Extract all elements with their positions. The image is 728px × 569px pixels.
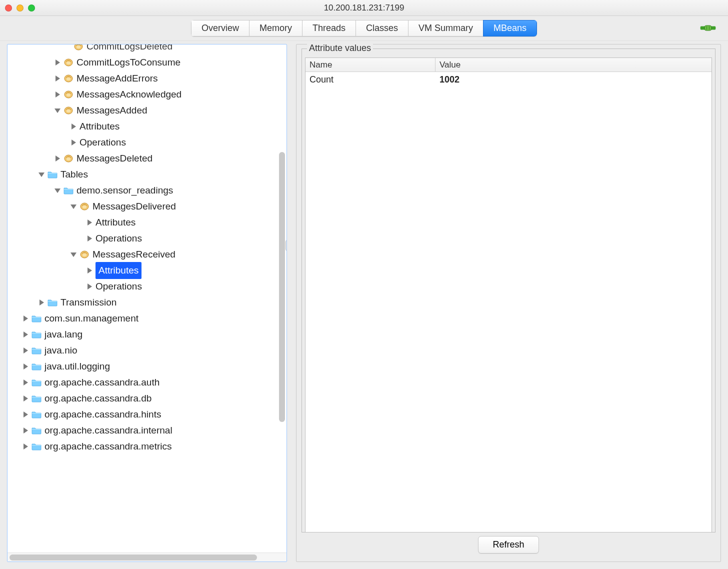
svg-rect-26 bbox=[32, 349, 41, 350]
attribute-table-header: Name Value bbox=[306, 58, 712, 72]
close-window-icon[interactable] bbox=[5, 4, 12, 12]
disclosure-down-icon[interactable] bbox=[70, 202, 78, 210]
disclosure-right-icon[interactable] bbox=[22, 426, 30, 434]
tree-node[interactable]: Attributes bbox=[8, 118, 286, 134]
disclosure-down-icon[interactable] bbox=[54, 106, 62, 114]
folder-icon bbox=[32, 362, 42, 371]
disclosure-right-icon[interactable] bbox=[22, 378, 30, 386]
tree-node[interactable]: MessagesAcknowledged bbox=[8, 86, 286, 102]
tree-node[interactable]: org.apache.cassandra.db bbox=[8, 390, 286, 406]
tree-node-label: MessagesDeleted bbox=[76, 150, 152, 166]
disclosure-right-icon[interactable] bbox=[22, 314, 30, 322]
disclosure-down-icon[interactable] bbox=[54, 186, 62, 194]
disclosure-right-icon[interactable] bbox=[22, 346, 30, 354]
tree-node-label: java.lang bbox=[44, 326, 82, 342]
disclosure-right-icon[interactable] bbox=[86, 266, 94, 274]
tree-node[interactable]: org.apache.cassandra.metrics bbox=[8, 438, 286, 454]
disclosure-right-icon[interactable] bbox=[22, 330, 30, 338]
disclosure-right-icon[interactable] bbox=[38, 298, 46, 306]
disclosure-right-icon[interactable] bbox=[22, 442, 30, 450]
tree-node[interactable]: com.sun.management bbox=[8, 310, 286, 326]
titlebar: 10.200.181.231:7199 bbox=[0, 0, 728, 16]
tab-memory[interactable]: Memory bbox=[249, 20, 302, 36]
svg-rect-30 bbox=[32, 413, 41, 414]
tab-overview[interactable]: Overview bbox=[191, 20, 249, 36]
tree-node[interactable]: org.apache.cassandra.hints bbox=[8, 406, 286, 422]
zoom-window-icon[interactable] bbox=[28, 4, 35, 12]
tree-scroll-area[interactable]: CommitLogsDeletedCommitLogsToConsumeMess… bbox=[8, 44, 286, 552]
disclosure-right-icon[interactable] bbox=[22, 362, 30, 370]
disclosure-right-icon[interactable] bbox=[22, 394, 30, 402]
mbean-icon bbox=[80, 250, 90, 259]
disclosure-right-icon[interactable] bbox=[54, 74, 62, 82]
disclosure-right-icon[interactable] bbox=[86, 282, 94, 290]
tree-node[interactable]: Transmission bbox=[8, 294, 286, 310]
tree-node-label: CommitLogsToConsume bbox=[76, 54, 180, 70]
tree-node-label: MessagesDelivered bbox=[92, 198, 176, 214]
tab-threads[interactable]: Threads bbox=[302, 20, 356, 36]
disclosure-right-icon[interactable] bbox=[86, 218, 94, 226]
table-row[interactable]: Count1002 bbox=[306, 72, 712, 87]
disclosure-right-icon[interactable] bbox=[86, 234, 94, 242]
tab-vm-summary[interactable]: VM Summary bbox=[408, 20, 483, 36]
attr-name-cell: Count bbox=[306, 74, 436, 85]
folder-icon bbox=[32, 330, 42, 339]
tree-node[interactable]: demo.sensor_readings bbox=[8, 182, 286, 198]
svg-point-10 bbox=[66, 78, 70, 80]
tree-node[interactable]: MessagesReceived bbox=[8, 246, 286, 262]
tree-node[interactable]: java.util.logging bbox=[8, 358, 286, 374]
svg-point-12 bbox=[66, 94, 70, 96]
tree-node[interactable]: Operations bbox=[8, 230, 286, 246]
tree-node-label: Operations bbox=[96, 230, 142, 246]
disclosure-down-icon[interactable] bbox=[70, 250, 78, 258]
horizontal-scrollbar-track[interactable] bbox=[8, 552, 286, 562]
disclosure-right-icon[interactable] bbox=[54, 154, 62, 162]
attribute-values-legend: Attribute values bbox=[307, 43, 373, 54]
horizontal-scrollbar-thumb[interactable] bbox=[10, 554, 257, 560]
tree-node[interactable]: Attributes bbox=[8, 214, 286, 230]
tree-node[interactable]: MessagesAdded bbox=[8, 102, 286, 118]
refresh-button[interactable]: Refresh bbox=[478, 536, 538, 554]
attribute-table-body: Count1002 bbox=[306, 72, 712, 87]
tree-node[interactable]: Operations bbox=[8, 134, 286, 150]
svg-rect-23 bbox=[48, 301, 57, 302]
connection-status-icon[interactable] bbox=[699, 21, 717, 35]
tab-mbeans[interactable]: MBeans bbox=[483, 20, 537, 36]
disclosure-down-icon[interactable] bbox=[38, 170, 46, 178]
svg-rect-31 bbox=[32, 429, 41, 430]
tree-node[interactable]: Tables bbox=[8, 166, 286, 182]
tree-node[interactable]: MessagesDelivered bbox=[8, 198, 286, 214]
tree-node[interactable]: org.apache.cassandra.internal bbox=[8, 422, 286, 438]
disclosure-right-icon[interactable] bbox=[54, 90, 62, 98]
split-divider-handle-icon[interactable] bbox=[286, 240, 286, 252]
tree-node[interactable]: Operations bbox=[8, 278, 286, 294]
tree-node[interactable]: org.apache.cassandra.auth bbox=[8, 374, 286, 390]
disclosure-right-icon[interactable] bbox=[54, 58, 62, 66]
column-header-value[interactable]: Value bbox=[436, 60, 712, 70]
tree-node-label: Transmission bbox=[60, 294, 116, 310]
tree-node-label: MessagesReceived bbox=[92, 246, 176, 262]
attr-value-cell: 1002 bbox=[436, 74, 712, 85]
tree-node[interactable]: MessagesDeleted bbox=[8, 150, 286, 166]
minimize-window-icon[interactable] bbox=[16, 4, 24, 12]
tree-node[interactable]: java.lang bbox=[8, 326, 286, 342]
column-header-name[interactable]: Name bbox=[306, 58, 436, 72]
tree-node[interactable]: CommitLogsToConsume bbox=[8, 54, 286, 70]
tree-node[interactable]: CommitLogsDeleted bbox=[8, 44, 286, 54]
tab-classes[interactable]: Classes bbox=[356, 20, 408, 36]
vertical-scrollbar[interactable] bbox=[279, 152, 285, 422]
svg-point-14 bbox=[66, 110, 70, 112]
refresh-row: Refresh bbox=[302, 532, 716, 556]
mbean-icon bbox=[64, 90, 74, 99]
mbean-tree-panel: CommitLogsDeletedCommitLogsToConsumeMess… bbox=[7, 44, 287, 562]
tree-node[interactable]: Attributes bbox=[8, 262, 286, 278]
svg-point-8 bbox=[66, 62, 70, 64]
tree-node-label: CommitLogsDeleted bbox=[86, 44, 172, 54]
disclosure-right-icon[interactable] bbox=[70, 138, 78, 146]
tree-node[interactable]: MessageAddErrors bbox=[8, 70, 286, 86]
disclosure-right-icon[interactable] bbox=[22, 410, 30, 418]
svg-point-16 bbox=[66, 158, 70, 160]
tree-node[interactable]: java.nio bbox=[8, 342, 286, 358]
disclosure-right-icon[interactable] bbox=[70, 122, 78, 130]
tree-node-label: Operations bbox=[80, 134, 126, 150]
